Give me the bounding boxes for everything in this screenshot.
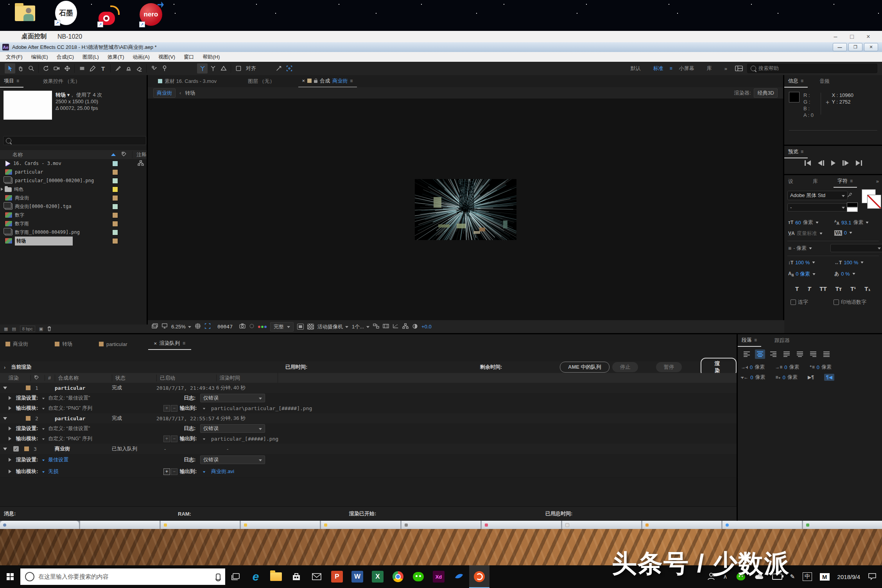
project-columns-header[interactable]: 名称 注释 <box>0 150 147 159</box>
label-color[interactable] <box>112 238 118 244</box>
user-folder-icon[interactable] <box>12 2 38 28</box>
ae-close-button[interactable]: ✕ <box>864 43 878 51</box>
queue-item-row[interactable]: 1 particular 完成 2018/7/17, 21:49:43 6 分钟… <box>0 383 737 393</box>
justify-last-right-button[interactable] <box>808 350 818 359</box>
column-comp-name[interactable]: 合成名称 <box>55 375 79 382</box>
indent-left-field[interactable]: →⫞0像素 <box>741 364 765 371</box>
justify-all-button[interactable] <box>821 350 832 359</box>
expand-icon[interactable] <box>9 396 11 400</box>
menu-layer[interactable]: 图层(L) <box>78 54 103 61</box>
last-frame-button[interactable] <box>856 160 862 166</box>
shape-tool[interactable] <box>77 63 87 74</box>
column-started[interactable]: 已启动 <box>156 375 175 382</box>
rotate-tool[interactable] <box>41 63 51 74</box>
current-frame[interactable]: 00047 <box>217 324 233 330</box>
world-axis-mode[interactable] <box>208 63 218 74</box>
tab-comp-shangyejie[interactable]: 商业街 <box>0 338 34 350</box>
remove-output-icon[interactable]: − <box>171 405 177 412</box>
workspace-overflow[interactable]: » <box>718 66 733 72</box>
output-to-value[interactable]: particular\particular_[#####].png <box>211 405 312 411</box>
log-select[interactable]: 仅错误 <box>200 455 265 464</box>
leading-field[interactable]: ᴬA93.1像素 <box>834 219 869 226</box>
project-row-sequence[interactable]: 数字雨_[00000-00499].png <box>0 228 147 237</box>
ime-language-indicator[interactable]: 中 <box>803 572 812 581</box>
first-frame-button[interactable] <box>805 160 811 166</box>
panel-menu-icon[interactable]: ≡ <box>801 78 804 84</box>
workspace-small-screen[interactable]: 小屏幕 <box>673 65 701 72</box>
weibo-shortcut[interactable]: ↗ <box>96 2 122 28</box>
expand-icon[interactable] <box>9 458 11 462</box>
sort-ascending-icon[interactable] <box>111 153 116 156</box>
align-center-button[interactable] <box>755 350 765 359</box>
collapse-icon[interactable] <box>3 387 7 389</box>
column-render-time[interactable]: 渲染时间 <box>216 375 240 382</box>
fill-white-chip[interactable] <box>847 207 858 212</box>
pixel-aspect-icon[interactable] <box>383 323 389 330</box>
menu-animation[interactable]: 动画(A) <box>129 54 154 61</box>
camera-tool[interactable] <box>51 63 62 74</box>
justify-last-left-button[interactable] <box>782 350 792 359</box>
chevron-down-icon[interactable] <box>42 471 45 473</box>
region-of-interest-icon[interactable] <box>204 323 211 330</box>
viewer-canvas-area[interactable] <box>148 99 783 320</box>
chevron-down-icon[interactable] <box>42 428 45 430</box>
ltr-direction-button[interactable]: ▶¶ <box>808 375 814 380</box>
tab-preview[interactable]: 预览 ≡ <box>784 145 808 158</box>
tab-comp-zhuanchang[interactable]: 转场 <box>49 338 78 350</box>
type-tool[interactable]: T <box>98 63 108 74</box>
view-axis-mode[interactable] <box>218 63 229 74</box>
hand-tool[interactable] <box>15 63 26 74</box>
expand-icon[interactable] <box>9 470 11 473</box>
output-module-value[interactable]: 自定义: “PNG” 序列 <box>48 405 92 412</box>
queue-item-row[interactable]: 2 particular 完成 2018/7/17, 22:55:57 4 分钟… <box>0 413 737 424</box>
remote-close-button[interactable]: × <box>860 33 877 40</box>
stroke-style-select[interactable] <box>830 244 882 252</box>
project-row-footage[interactable]: 16. Cards - 3.mov <box>0 159 147 168</box>
snap-icon[interactable] <box>273 63 284 74</box>
brush-tool[interactable] <box>113 63 123 74</box>
workspace-manager-icon[interactable] <box>733 63 744 74</box>
space-before-field[interactable]: ⁺≡0像素 <box>810 364 832 371</box>
output-to-value[interactable]: particular_[#####].png <box>211 436 278 442</box>
background-window[interactable] <box>642 521 721 529</box>
background-window[interactable] <box>161 521 240 529</box>
output-module-value[interactable]: 无损 <box>48 468 58 475</box>
next-frame-button[interactable] <box>843 160 849 166</box>
menu-file[interactable]: 文件(F) <box>2 54 27 61</box>
tab-paragraph[interactable]: 段落 ≡ <box>738 334 761 347</box>
chevron-down-icon[interactable] <box>203 408 205 409</box>
font-family-select[interactable]: Adobe 黑体 Std <box>787 191 848 200</box>
comp-flowchart-icon[interactable] <box>402 323 409 330</box>
transparency-grid-icon[interactable] <box>307 324 314 330</box>
column-comment[interactable]: 注释 <box>132 151 147 158</box>
background-window[interactable] <box>722 521 801 529</box>
tab-comp-viewer[interactable]: × 合成 商业街 ≡ <box>298 75 357 88</box>
create-folder-icon[interactable]: ▤ <box>12 326 16 332</box>
selection-tool[interactable] <box>5 63 15 74</box>
label-color[interactable] <box>112 178 118 184</box>
add-output-icon[interactable]: + <box>163 436 170 442</box>
sogou-ime-icon[interactable]: M <box>820 573 830 581</box>
exposure-value[interactable]: +0.0 <box>421 324 432 330</box>
horizontal-scale-field[interactable]: ↔T100 % <box>834 260 864 265</box>
active-camera-select[interactable]: 活动摄像机 <box>317 323 348 330</box>
output-module-value[interactable]: 自定义: “PNG” 序列 <box>48 435 92 442</box>
chevron-down-icon[interactable] <box>42 459 45 461</box>
word-icon[interactable]: W <box>347 565 368 588</box>
workspace-standard[interactable]: 标准 <box>647 65 670 72</box>
expand-icon[interactable] <box>9 406 11 410</box>
add-output-icon[interactable]: + <box>163 468 170 475</box>
background-window[interactable] <box>0 521 79 529</box>
panel-menu-icon[interactable]: ≡ <box>754 337 757 343</box>
interpret-footage-icon[interactable]: ▦ <box>4 326 8 332</box>
monitor-icon[interactable] <box>161 323 168 330</box>
space-after-field[interactable]: ≡₊0像素 <box>776 374 798 381</box>
stroke-width-field[interactable]: ≡- 像素 <box>788 245 812 252</box>
label-color[interactable] <box>26 416 30 421</box>
label-column-icon[interactable] <box>30 375 39 381</box>
label-color[interactable] <box>112 229 118 235</box>
menu-help[interactable]: 帮助(H) <box>198 54 224 61</box>
previous-frame-button[interactable] <box>818 160 824 166</box>
tab-footage-viewer[interactable]: 素材 16. Cards - 3.mov <box>154 75 220 87</box>
chevron-down-icon[interactable] <box>42 398 45 399</box>
